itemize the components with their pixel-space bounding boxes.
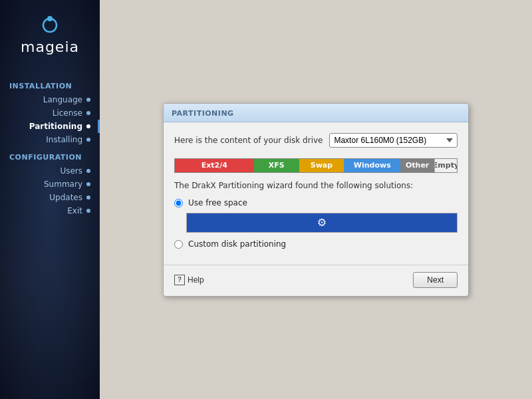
radio-free-space[interactable] [174,199,183,207]
sidebar-item-exit-label: Exit [67,206,82,215]
radio-option-custom[interactable]: Custom disk partitioning [174,239,458,249]
sidebar-item-language[interactable]: Language [0,93,100,106]
sidebar-dot-installing [86,138,90,142]
radio-free-space-label: Use free space [188,198,247,207]
sidebar-item-summary[interactable]: Summary [0,178,100,191]
help-icon: ? [174,275,185,285]
sidebar-dot-updates [86,196,90,200]
partition-bar: Ext2/4 XFS Swap Windows Other Empty [174,158,458,173]
sidebar-dot-exit [86,209,90,213]
sidebar-item-partitioning-label: Partitioning [29,122,82,131]
sidebar-item-license[interactable]: License [0,106,100,120]
radio-option-free-space[interactable]: Use free space [174,198,458,207]
dialog-body: Here is the content of your disk drive M… [164,122,468,265]
sidebar-item-installing[interactable]: Installing [0,133,100,146]
sidebar: mageia INSTALLATION Language License Par… [0,0,100,399]
configuration-section-label: CONFIGURATION [0,153,82,162]
wizard-text: The DrakX Partitioning wizard found the … [174,181,458,190]
installation-section-label: INSTALLATION [0,82,72,90]
disk-selector-row: Here is the content of your disk drive M… [174,133,458,148]
sidebar-item-summary-label: Summary [44,180,82,189]
logo-area: mageia [21,12,79,55]
segment-swap: Swap [299,159,344,172]
segment-empty: Empty [434,159,457,172]
sidebar-dot-summary [86,182,90,186]
segment-other: Other [400,159,434,172]
help-label: Help [188,275,204,285]
mageia-logo-icon [38,12,62,36]
logo-text: mageia [21,39,79,55]
sidebar-item-updates[interactable]: Updates [0,191,100,204]
sidebar-item-installing-label: Installing [46,135,82,144]
help-button[interactable]: ? Help [174,275,204,285]
sidebar-item-partitioning[interactable]: Partitioning [0,120,100,133]
free-space-bar: ⚙ [187,213,457,232]
dialog-title: PARTITIONING [172,109,234,118]
disk-label: Here is the content of your disk drive [174,136,323,145]
sidebar-dot-license [86,111,90,115]
sidebar-dot-users [86,169,90,173]
radio-custom-label: Custom disk partitioning [188,239,286,249]
segment-ext4: Ext2/4 [175,159,254,172]
segment-xfs: XFS [254,159,299,172]
dialog-header: PARTITIONING [164,104,468,122]
main-area: PARTITIONING Here is the content of your… [100,0,532,399]
segment-windows: Windows [344,159,400,172]
sidebar-item-users[interactable]: Users [0,164,100,178]
next-button[interactable]: Next [413,272,458,288]
mageia-bar-icon: ⚙ [317,216,327,229]
disk-select[interactable]: Maxtor 6L160M0 (152GB) [329,133,458,148]
sidebar-item-updates-label: Updates [49,193,82,202]
sidebar-dot-language [86,98,90,102]
sidebar-dot-partitioning [86,124,90,128]
sidebar-item-language-label: Language [43,95,82,104]
free-space-panel: ⚙ [186,213,458,233]
partitioning-dialog: PARTITIONING Here is the content of your… [163,103,469,297]
dialog-footer: ? Help Next [164,265,468,296]
radio-custom[interactable] [174,240,183,249]
sidebar-item-exit[interactable]: Exit [0,204,100,217]
sidebar-item-users-label: Users [60,166,82,176]
sidebar-item-license-label: License [53,108,82,118]
